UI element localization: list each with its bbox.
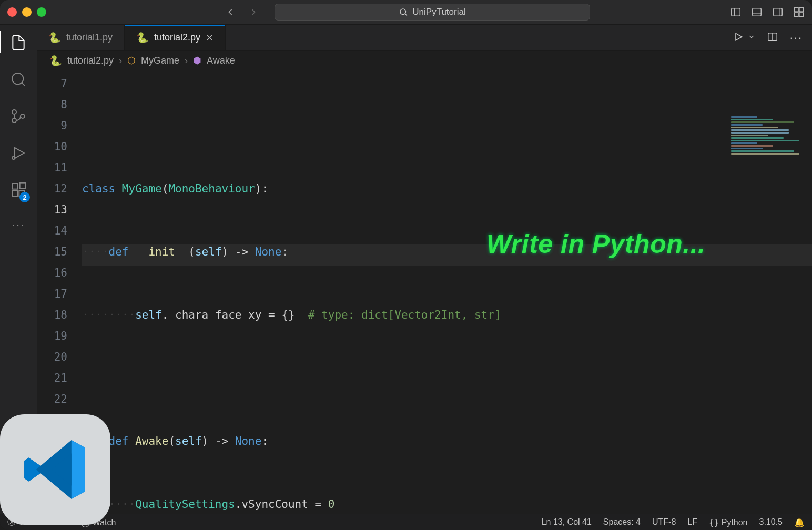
more-activity-icon[interactable]: ··· <box>12 218 25 232</box>
explorer-icon[interactable] <box>10 34 27 53</box>
chevron-right-icon: › <box>119 55 122 66</box>
nav-arrows <box>225 7 259 17</box>
indentation-status[interactable]: Spaces: 4 <box>603 517 641 527</box>
svg-rect-18 <box>12 190 18 196</box>
svg-point-11 <box>12 73 23 84</box>
minimize-window-button[interactable] <box>22 7 32 17</box>
editor-tabs: 🐍 tutorial1.py 🐍 tutorial2.py ✕ ··· <box>37 25 812 51</box>
svg-rect-3 <box>753 8 762 16</box>
tab-label: tutorial2.py <box>154 32 200 43</box>
svg-rect-10 <box>799 13 803 16</box>
toggle-panel-icon[interactable] <box>751 6 763 18</box>
chevron-right-icon: › <box>185 55 188 66</box>
status-bar: ⓧ0 ⚠0 ᯤ 0 ◯ Watch Ln 13, Col 41 Spaces: … <box>0 514 812 530</box>
vscode-app-icon <box>0 414 110 525</box>
breadcrumb-method[interactable]: Awake <box>207 55 235 66</box>
svg-rect-20 <box>20 183 26 189</box>
eol-status[interactable]: LF <box>687 517 697 527</box>
svg-rect-5 <box>774 8 783 16</box>
search-activity-icon[interactable] <box>10 71 27 90</box>
svg-rect-9 <box>795 13 798 16</box>
breadcrumbs[interactable]: 🐍 tutorial2.py › ⬡ MyGame › ⬢ Awake <box>37 51 812 70</box>
title-bar: UniPyTutorial <box>0 0 812 25</box>
code-editor[interactable]: 789 101112 131415 161718 192021 222324 2… <box>37 70 812 514</box>
more-editor-actions-icon[interactable]: ··· <box>790 31 803 45</box>
source-control-icon[interactable] <box>10 108 27 127</box>
window-controls <box>7 7 46 17</box>
python-file-icon: 🐍 <box>136 32 149 44</box>
notifications-icon[interactable]: 🔔 <box>794 517 805 527</box>
split-editor-icon[interactable] <box>767 31 778 45</box>
class-icon: ⬡ <box>127 55 136 66</box>
editor-actions: ··· <box>724 25 812 50</box>
maximize-window-button[interactable] <box>37 7 46 17</box>
close-window-button[interactable] <box>7 7 17 17</box>
extensions-icon[interactable]: 2 <box>10 181 27 200</box>
tab-label: tutorial1.py <box>66 32 113 43</box>
language-mode[interactable]: {} Python <box>709 517 748 527</box>
close-tab-icon[interactable]: ✕ <box>206 32 214 44</box>
svg-point-14 <box>21 114 25 118</box>
svg-point-13 <box>12 118 16 123</box>
python-file-icon: 🐍 <box>48 32 61 44</box>
breadcrumb-file[interactable]: tutorial2.py <box>67 55 114 66</box>
svg-rect-1 <box>732 8 740 16</box>
code-body[interactable]: class MyGame(MonoBehaviour): ····def __i… <box>82 70 812 514</box>
toggle-secondary-sidebar-icon[interactable] <box>772 6 784 18</box>
python-file-icon: 🐍 <box>49 55 62 67</box>
tab-tutorial1[interactable]: 🐍 tutorial1.py <box>37 25 125 50</box>
svg-point-0 <box>400 9 406 15</box>
toggle-primary-sidebar-icon[interactable] <box>730 6 742 18</box>
main-area: 2 ··· 🐍 tutorial1.py 🐍 tutorial2.py ✕ <box>0 25 812 514</box>
svg-rect-7 <box>795 8 798 12</box>
command-center[interactable]: UniPyTutorial <box>275 4 590 21</box>
run-dropdown-icon[interactable] <box>748 33 755 43</box>
search-icon <box>399 7 408 17</box>
nav-back-button[interactable] <box>225 7 236 17</box>
run-debug-icon[interactable] <box>10 145 27 164</box>
svg-marker-15 <box>14 147 24 158</box>
encoding-status[interactable]: UTF-8 <box>652 517 676 527</box>
extensions-badge: 2 <box>19 192 30 202</box>
run-file-icon[interactable] <box>733 32 744 44</box>
nav-forward-button[interactable] <box>248 7 259 17</box>
svg-point-16 <box>12 157 15 159</box>
svg-rect-17 <box>12 184 18 189</box>
svg-point-12 <box>12 110 16 114</box>
layout-controls <box>730 6 805 18</box>
breadcrumb-class[interactable]: MyGame <box>141 55 179 66</box>
tab-tutorial2[interactable]: 🐍 tutorial2.py ✕ <box>125 25 226 50</box>
command-center-title: UniPyTutorial <box>412 7 465 17</box>
python-version[interactable]: 3.10.5 <box>759 517 783 527</box>
customize-layout-icon[interactable] <box>793 6 805 18</box>
cursor-position[interactable]: Ln 13, Col 41 <box>542 517 592 527</box>
svg-marker-23 <box>736 33 742 40</box>
svg-rect-8 <box>799 8 803 12</box>
method-icon: ⬢ <box>193 55 201 66</box>
overlay-caption: Write in Python... <box>486 229 705 259</box>
editor-area: 🐍 tutorial1.py 🐍 tutorial2.py ✕ ··· 🐍 tu… <box>37 25 812 514</box>
